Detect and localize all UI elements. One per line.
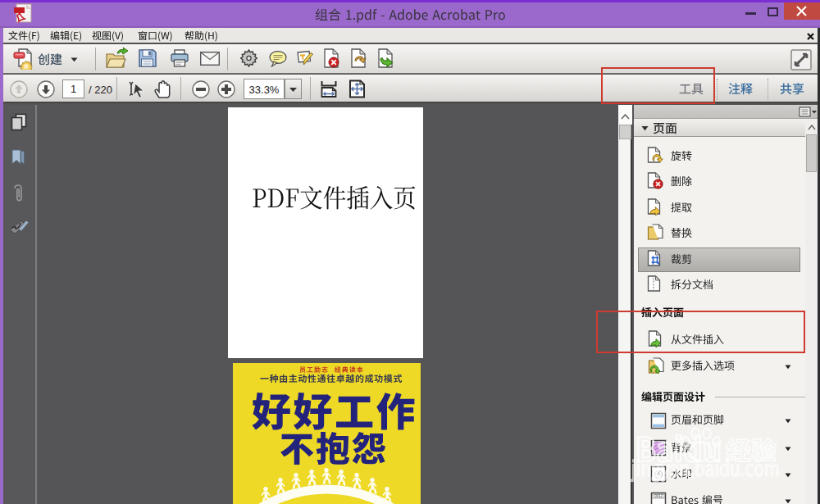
svg-text:0012: 0012 [654,494,663,498]
